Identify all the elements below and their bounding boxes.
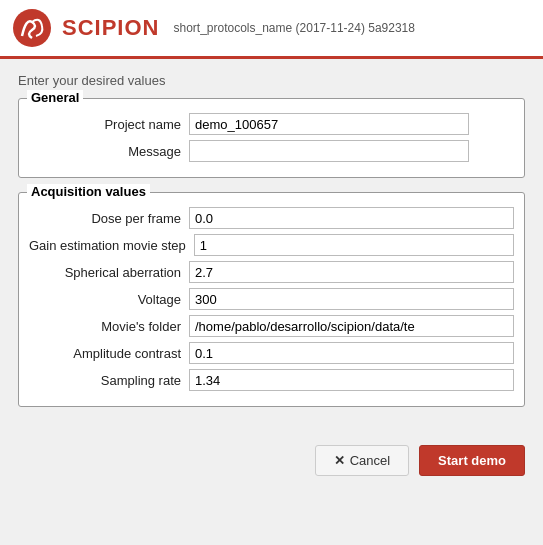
project-name-label: Project name [29,117,189,132]
general-legend: General [27,90,83,105]
movies-folder-label: Movie's folder [29,319,189,334]
start-demo-button[interactable]: Start demo [419,445,525,476]
movies-folder-input[interactable] [189,315,514,337]
voltage-label: Voltage [29,292,189,307]
acquisition-legend: Acquisition values [27,184,150,199]
main-content: Enter your desired values General Projec… [0,59,543,435]
app-header: SCIPION short_protocols_name (2017-11-24… [0,0,543,59]
general-section: General Project name Message [18,98,525,178]
dose-per-frame-input[interactable] [189,207,514,229]
cancel-button[interactable]: ✕ Cancel [315,445,409,476]
amplitude-contrast-input[interactable] [189,342,514,364]
message-label: Message [29,144,189,159]
cancel-label: Cancel [350,453,390,468]
movies-folder-row: Movie's folder [29,315,514,337]
amplitude-contrast-label: Amplitude contrast [29,346,189,361]
project-name-row: Project name [29,113,514,135]
voltage-row: Voltage [29,288,514,310]
spherical-aberration-input[interactable] [189,261,514,283]
sampling-rate-label: Sampling rate [29,373,189,388]
dose-per-frame-row: Dose per frame [29,207,514,229]
header-subtitle: short_protocols_name (2017-11-24) 5a9231… [173,21,415,35]
cancel-x-icon: ✕ [334,453,345,468]
page-instruction: Enter your desired values [18,73,525,88]
start-label: Start demo [438,453,506,468]
spherical-aberration-row: Spherical aberration [29,261,514,283]
acquisition-section: Acquisition values Dose per frame Gain e… [18,192,525,407]
gain-estimation-input[interactable] [194,234,514,256]
scipion-logo-icon [12,8,52,48]
project-name-input[interactable] [189,113,469,135]
gain-estimation-row: Gain estimation movie step [29,234,514,256]
message-row: Message [29,140,514,162]
dose-per-frame-label: Dose per frame [29,211,189,226]
message-input[interactable] [189,140,469,162]
amplitude-contrast-row: Amplitude contrast [29,342,514,364]
spherical-aberration-label: Spherical aberration [29,265,189,280]
sampling-rate-input[interactable] [189,369,514,391]
sampling-rate-row: Sampling rate [29,369,514,391]
svg-point-0 [13,9,51,47]
gain-estimation-label: Gain estimation movie step [29,238,194,253]
voltage-input[interactable] [189,288,514,310]
footer: ✕ Cancel Start demo [0,435,543,490]
app-logo-text: SCIPION [62,15,159,41]
